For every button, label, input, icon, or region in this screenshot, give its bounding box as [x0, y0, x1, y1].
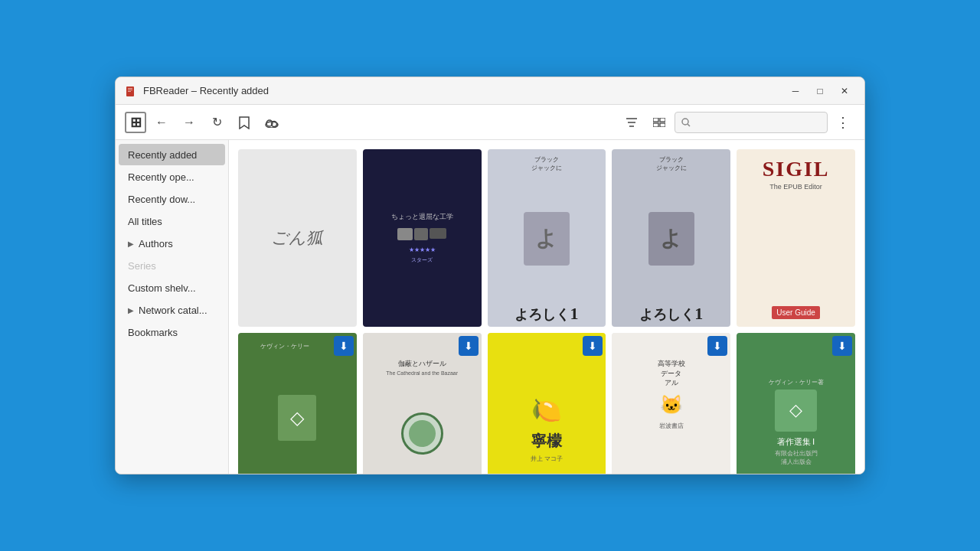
sidebar-item-all-titles[interactable]: All titles — [119, 210, 225, 232]
sidebar: Recently added Recently ope... Recently … — [116, 140, 229, 474]
expand-arrow-icon: ▶ — [128, 306, 134, 315]
app-window: FBReader – Recently added ─ □ ✕ ⊞ ← → ↻ … — [115, 77, 865, 474]
search-input[interactable] — [695, 116, 818, 128]
sidebar-item-custom-shelves[interactable]: Custom shelv... — [119, 277, 225, 298]
app-icon — [125, 85, 137, 97]
window-title: FBReader – Recently added — [143, 85, 779, 96]
download-badge: ⬇ — [832, 336, 852, 356]
sidebar-item-bookmarks[interactable]: Bookmarks — [119, 321, 225, 343]
sidebar-item-authors[interactable]: ▶ Authors — [119, 233, 225, 254]
book-cover: ブラックジャックに よ よろしく1 — [612, 149, 730, 327]
book-cover: ブラックジャックに よ よろしく1 — [488, 149, 606, 327]
book-card[interactable]: ごん狐 — [238, 149, 357, 327]
sidebar-item-label: Bookmarks — [128, 327, 178, 338]
svg-rect-13 — [660, 123, 665, 127]
sidebar-item-series: Series — [119, 255, 225, 276]
maximize-button[interactable]: □ — [809, 83, 831, 99]
search-box[interactable] — [675, 112, 828, 133]
sidebar-item-label: Recently ope... — [128, 171, 194, 183]
sidebar-item-label: Authors — [139, 238, 173, 249]
book-cover: SIGIL The EPUB Editor User Guide — [737, 149, 855, 327]
sidebar-item-label: Recently added — [128, 149, 197, 161]
sidebar-item-recently-added[interactable]: Recently added — [119, 144, 225, 165]
refresh-button[interactable]: ↻ — [204, 110, 229, 135]
book-cover: ⬇ 伽蔽とハザール The Cathedral and the Bazaar E… — [363, 333, 482, 474]
svg-rect-2 — [128, 90, 132, 90]
sidebar-item-network-catalog[interactable]: ▶ Network catal... — [119, 299, 225, 321]
sidebar-item-recently-opened[interactable]: Recently ope... — [119, 166, 225, 187]
forward-button[interactable]: → — [177, 110, 201, 135]
book-cover: ⬇ ケヴィン・ケリー ◇ 著作選集 ２ 浦人出版会 — [238, 333, 357, 474]
sidebar-item-label: Recently dow... — [128, 194, 195, 205]
sidebar-item-label: Series — [128, 260, 156, 272]
bookmark-button[interactable] — [232, 110, 256, 135]
svg-rect-1 — [128, 88, 132, 89]
book-cover: ちょっと退屈な工学 ★★★★★ スターズ — [363, 149, 482, 327]
svg-rect-3 — [128, 91, 131, 92]
book-card[interactable]: ブラックジャックに よ よろしく1 — [488, 149, 606, 327]
book-card[interactable]: ちょっと退屈な工学 ★★★★★ スターズ — [363, 149, 482, 327]
book-cover: ⬇ 🍋 寧檬 井上 マコ子 — [488, 333, 606, 474]
book-card[interactable]: ⬇ ケヴィン・ケリー ◇ 著作選集 ２ 浦人出版会 — [238, 333, 357, 474]
book-cover: ⬇ ケヴィン・ケリー著 ◇ 著作選集 Ⅰ 有限会社出版門浦人出版会 — [737, 333, 855, 474]
expand-arrow-icon: ▶ — [128, 240, 134, 248]
svg-rect-11 — [660, 118, 665, 122]
download-badge: ⬇ — [459, 336, 479, 356]
sidebar-item-recently-downloaded[interactable]: Recently dow... — [119, 188, 225, 210]
fbr-button[interactable]: ⊞ — [125, 112, 146, 133]
book-cover: ⬇ 高等学校データアル 🐱 岩波書店 — [612, 333, 730, 474]
book-card[interactable]: ⬇ 高等学校データアル 🐱 岩波書店 — [612, 333, 730, 474]
sidebar-item-label: Custom shelv... — [128, 282, 196, 294]
back-button[interactable]: ← — [149, 110, 174, 135]
sidebar-item-label: All titles — [128, 216, 162, 227]
title-bar: FBReader – Recently added ─ □ ✕ — [116, 77, 864, 105]
svg-rect-12 — [653, 123, 658, 127]
book-grid-container: ごん狐 ちょっと退屈な工学 ★★★★★ スターズ — [229, 140, 864, 474]
svg-line-15 — [688, 124, 690, 126]
svg-point-14 — [682, 119, 688, 125]
minimize-button[interactable]: ─ — [785, 83, 806, 99]
view-mode-button[interactable] — [647, 110, 671, 135]
download-badge: ⬇ — [583, 336, 603, 356]
download-badge: ⬇ — [334, 336, 354, 356]
book-card[interactable]: SIGIL The EPUB Editor User Guide — [737, 149, 855, 327]
cloud-button[interactable] — [260, 110, 284, 135]
book-card[interactable]: ⬇ 伽蔽とハザール The Cathedral and the Bazaar E… — [363, 333, 482, 474]
sidebar-item-label: Network catal... — [139, 305, 207, 316]
book-card[interactable]: ⬇ 🍋 寧檬 井上 マコ子 — [488, 333, 606, 474]
main-content: Recently added Recently ope... Recently … — [116, 140, 864, 474]
close-button[interactable]: ✕ — [834, 83, 855, 99]
book-card[interactable]: ⬇ ケヴィン・ケリー著 ◇ 著作選集 Ⅰ 有限会社出版門浦人出版会 — [737, 333, 855, 474]
more-button[interactable]: ⋮ — [831, 110, 855, 135]
window-controls: ─ □ ✕ — [785, 83, 855, 99]
book-cover: ごん狐 — [238, 149, 357, 327]
svg-rect-10 — [653, 118, 658, 122]
download-badge: ⬇ — [707, 336, 727, 356]
book-grid: ごん狐 ちょっと退屈な工学 ★★★★★ スターズ — [238, 149, 855, 474]
filter-button[interactable] — [619, 110, 644, 135]
book-card[interactable]: ブラックジャックに よ よろしく1 — [612, 149, 730, 327]
toolbar: ⊞ ← → ↻ ⋮ — [116, 105, 864, 140]
search-icon — [681, 118, 691, 127]
